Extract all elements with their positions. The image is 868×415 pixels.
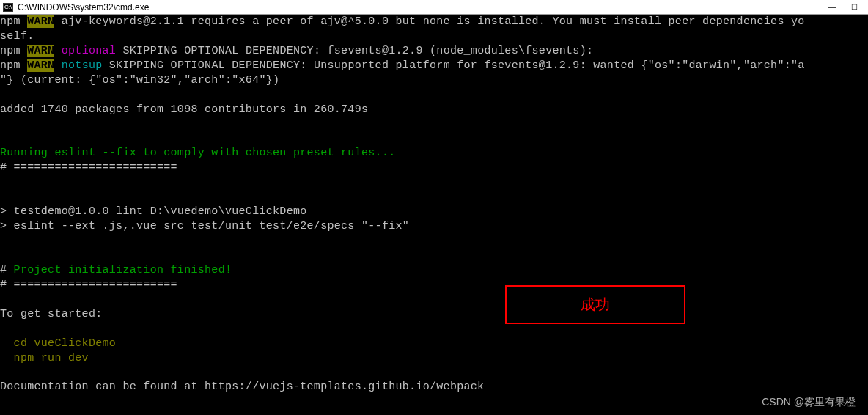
terminal-text: SKIPPING OPTIONAL DEPENDENCY: fsevents@1… [116, 45, 593, 57]
init-finished-line: Project initialization finished! [14, 264, 232, 276]
cmd-icon: C:\ [3, 3, 13, 12]
divider-line: # ======================== [0, 161, 177, 174]
eslint-run-line: Running eslint --fix to comply with chos… [0, 147, 395, 159]
notsup-keyword: notsup [54, 59, 102, 72]
window-controls: — ☐ [821, 1, 865, 14]
window-title: C:\WINDOWS\system32\cmd.exe [18, 2, 149, 12]
npm-prefix: npm [0, 45, 27, 57]
warn-badge: WARN [27, 15, 54, 28]
maximize-button[interactable]: ☐ [843, 1, 865, 14]
window-title-bar: C:\ C:\WINDOWS\system32\cmd.exe — ☐ [0, 0, 868, 15]
cmd-suggestion: cd vueClickDemo [0, 337, 116, 350]
warn-badge: WARN [27, 45, 54, 57]
install-summary: added 1740 packages from 1098 contributo… [0, 103, 368, 116]
optional-keyword: optional [54, 45, 116, 57]
get-started-line: To get started: [0, 308, 103, 320]
terminal-text: self. [0, 30, 34, 43]
docs-line: Documentation can be found at https://vu… [0, 381, 484, 393]
script-line: > testdemo@1.0.0 lint D:\vuedemo\vueClic… [0, 205, 307, 218]
terminal-output[interactable]: npm WARN ajv-keywords@2.1.1 requires a p… [0, 15, 868, 415]
cmd-suggestion: npm run dev [0, 352, 89, 364]
terminal-text: "} (current: {"os":"win32","arch":"x64"}… [0, 74, 279, 87]
warn-badge: WARN [27, 59, 54, 72]
terminal-text: SKIPPING OPTIONAL DEPENDENCY: Unsupporte… [103, 59, 805, 72]
divider-line: # ======================== [0, 279, 177, 291]
npm-prefix: npm [0, 15, 27, 28]
script-line: > eslint --ext .js,.vue src test/unit te… [0, 220, 409, 232]
terminal-text: ajv-keywords@2.1.1 requires a peer of aj… [54, 15, 804, 28]
npm-prefix: npm [0, 59, 27, 72]
minimize-button[interactable]: — [821, 1, 843, 14]
hash-prefix: # [0, 264, 14, 276]
